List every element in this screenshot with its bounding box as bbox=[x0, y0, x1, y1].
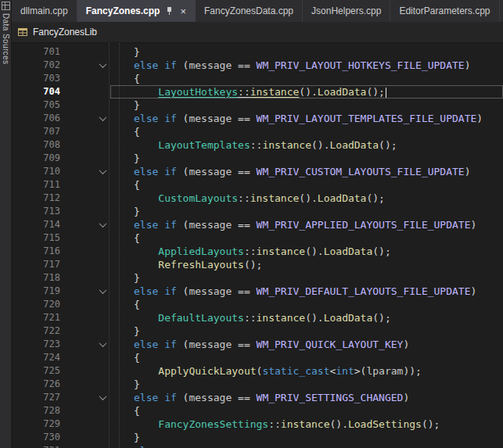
code-text[interactable]: } bbox=[110, 205, 503, 218]
line-number[interactable]: 716 bbox=[12, 245, 68, 258]
code-text[interactable]: { bbox=[110, 72, 503, 85]
fold-margin[interactable] bbox=[95, 218, 110, 231]
line-number[interactable]: 701 bbox=[12, 45, 68, 59]
line-number[interactable]: 726 bbox=[12, 378, 68, 391]
code-text[interactable]: } bbox=[110, 99, 503, 112]
code-text[interactable]: else if (message == WM_PRIV_SETTINGS_CHA… bbox=[110, 391, 503, 404]
line-number[interactable]: 728 bbox=[12, 404, 68, 418]
line-number[interactable]: 720 bbox=[12, 298, 68, 311]
line-number[interactable]: 723 bbox=[12, 338, 68, 351]
code-line-713[interactable]: 713} bbox=[12, 205, 503, 218]
code-text[interactable]: else if (message == WM_PRIV_LAYOUT_HOTKE… bbox=[110, 59, 503, 72]
fold-margin[interactable] bbox=[95, 338, 110, 351]
line-number[interactable]: 729 bbox=[12, 418, 68, 431]
fold-collapse-icon[interactable] bbox=[99, 60, 106, 68]
code-line-701[interactable]: 701} bbox=[12, 45, 503, 59]
code-line-730[interactable]: 730} bbox=[12, 431, 503, 444]
tab-fancyzonesdata-cpp[interactable]: FancyZonesData.cpp bbox=[196, 0, 303, 22]
line-number[interactable]: 725 bbox=[12, 364, 68, 378]
fold-collapse-icon[interactable] bbox=[99, 392, 106, 400]
breakpoint-margin[interactable] bbox=[68, 192, 95, 205]
project-dropdown[interactable]: FancyZonesLib bbox=[33, 27, 97, 38]
code-line-721[interactable]: 721 DefaultLayouts::instance().LoadData(… bbox=[12, 311, 503, 324]
code-text[interactable]: { bbox=[110, 178, 503, 192]
code-line-718[interactable]: 718} bbox=[12, 271, 503, 285]
line-number[interactable]: 703 bbox=[12, 72, 68, 85]
code-line-708[interactable]: 708 LayoutTemplates::instance().LoadData… bbox=[12, 138, 503, 152]
line-number[interactable]: 712 bbox=[12, 192, 68, 205]
code-text[interactable]: RefreshLayouts(); bbox=[110, 258, 503, 271]
breakpoint-margin[interactable] bbox=[68, 271, 95, 285]
code-text[interactable]: { bbox=[110, 298, 503, 311]
code-line-711[interactable]: 711{ bbox=[12, 178, 503, 192]
code-line-719[interactable]: 719else if (message == WM_PRIV_DEFAULT_L… bbox=[12, 285, 503, 298]
code-text[interactable]: { bbox=[110, 404, 503, 418]
line-number[interactable]: 714 bbox=[12, 218, 68, 231]
line-number[interactable]: 708 bbox=[12, 138, 68, 152]
breakpoint-margin[interactable] bbox=[68, 338, 95, 351]
fold-margin[interactable] bbox=[95, 444, 110, 448]
breakpoint-margin[interactable] bbox=[68, 99, 95, 112]
sidebar-tab-data-sources[interactable]: Data Sources bbox=[2, 13, 10, 64]
code-line-731[interactable]: 731else bbox=[12, 444, 503, 448]
line-number[interactable]: 713 bbox=[12, 205, 68, 218]
code-line-709[interactable]: 709} bbox=[12, 152, 503, 165]
code-text[interactable]: ApplyQuickLayout(static_cast<int>(lparam… bbox=[110, 364, 503, 378]
fold-collapse-icon[interactable] bbox=[99, 113, 106, 121]
breakpoint-margin[interactable] bbox=[68, 324, 95, 338]
fold-collapse-icon[interactable] bbox=[99, 220, 106, 228]
line-number[interactable]: 709 bbox=[12, 152, 68, 165]
line-number[interactable]: 730 bbox=[12, 431, 68, 444]
breakpoint-margin[interactable] bbox=[68, 444, 95, 448]
code-text[interactable]: } bbox=[110, 152, 503, 165]
fold-margin[interactable] bbox=[95, 391, 110, 404]
breakpoint-margin[interactable] bbox=[68, 165, 95, 178]
fold-collapse-icon[interactable] bbox=[99, 339, 106, 347]
breakpoint-margin[interactable] bbox=[68, 298, 95, 311]
code-text[interactable]: else if (message == WM_PRIV_DEFAULT_LAYO… bbox=[110, 285, 503, 298]
code-text[interactable]: { bbox=[110, 125, 503, 138]
code-line-728[interactable]: 728{ bbox=[12, 404, 503, 418]
breakpoint-margin[interactable] bbox=[68, 85, 95, 99]
tab-dllmain-cpp[interactable]: dllmain.cpp bbox=[12, 0, 77, 22]
code-text[interactable]: else if (message == WM_PRIV_CUSTOM_LAYOU… bbox=[110, 165, 503, 178]
code-line-716[interactable]: 716 AppliedLayouts::instance().LoadData(… bbox=[12, 245, 503, 258]
code-text[interactable]: else if (message == WM_PRIV_LAYOUT_TEMPL… bbox=[110, 112, 503, 125]
code-line-706[interactable]: 706else if (message == WM_PRIV_LAYOUT_TE… bbox=[12, 112, 503, 125]
code-text[interactable]: { bbox=[110, 351, 503, 364]
line-number[interactable]: 702 bbox=[12, 59, 68, 72]
code-line-725[interactable]: 725 ApplyQuickLayout(static_cast<int>(lp… bbox=[12, 364, 503, 378]
code-text[interactable]: } bbox=[110, 271, 503, 285]
breakpoint-margin[interactable] bbox=[68, 152, 95, 165]
code-text[interactable]: AppliedLayouts::instance().LoadData(); bbox=[110, 245, 503, 258]
fold-collapse-icon[interactable] bbox=[99, 167, 106, 174]
code-text[interactable]: LayoutTemplates::instance().LoadData(); bbox=[110, 138, 503, 152]
code-line-712[interactable]: 712 CustomLayouts::instance().LoadData()… bbox=[12, 192, 503, 205]
line-number[interactable]: 727 bbox=[12, 391, 68, 404]
breakpoint-margin[interactable] bbox=[68, 258, 95, 271]
code-line-704[interactable]: 704 LayoutHotkeys::instance().LoadData()… bbox=[12, 85, 503, 99]
tab-editorparameters-cpp[interactable]: EditorParameters.cpp bbox=[390, 0, 499, 22]
breakpoint-margin[interactable] bbox=[68, 431, 95, 444]
code-line-727[interactable]: 727else if (message == WM_PRIV_SETTINGS_… bbox=[12, 391, 503, 404]
breakpoint-margin[interactable] bbox=[68, 378, 95, 391]
fold-margin[interactable] bbox=[95, 112, 110, 125]
code-line-717[interactable]: 717 RefreshLayouts(); bbox=[12, 258, 503, 271]
line-number[interactable]: 711 bbox=[12, 178, 68, 192]
code-text[interactable]: CustomLayouts::instance().LoadData(); bbox=[110, 192, 503, 205]
line-number[interactable]: 721 bbox=[12, 311, 68, 324]
pin-icon[interactable] bbox=[166, 6, 174, 16]
line-number[interactable]: 705 bbox=[12, 99, 68, 112]
line-number[interactable]: 717 bbox=[12, 258, 68, 271]
breakpoint-margin[interactable] bbox=[68, 178, 95, 192]
breakpoint-margin[interactable] bbox=[68, 72, 95, 85]
breakpoint-margin[interactable] bbox=[68, 138, 95, 152]
breakpoint-margin[interactable] bbox=[68, 59, 95, 72]
breakpoint-margin[interactable] bbox=[68, 391, 95, 404]
breakpoint-margin[interactable] bbox=[68, 231, 95, 245]
code-line-726[interactable]: 726} bbox=[12, 378, 503, 391]
code-text[interactable]: } bbox=[110, 45, 503, 59]
breakpoint-margin[interactable] bbox=[68, 311, 95, 324]
code-line-723[interactable]: 723else if (message == WM_PRIV_QUICK_LAY… bbox=[12, 338, 503, 351]
fold-margin[interactable] bbox=[95, 165, 110, 178]
